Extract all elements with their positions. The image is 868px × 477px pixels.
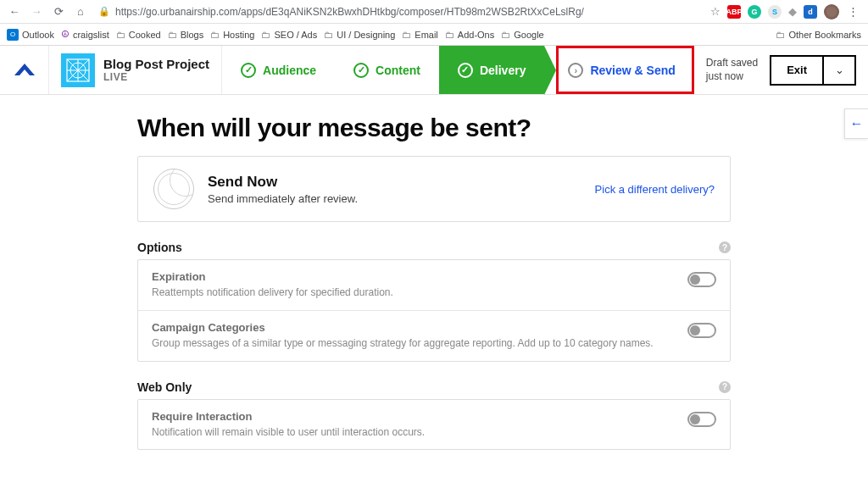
check-icon: ✓ — [458, 63, 473, 78]
pick-delivery-link[interactable]: Pick a different delivery? — [595, 183, 715, 196]
exit-button[interactable]: Exit — [771, 57, 822, 84]
project-title: Blog Post Project — [103, 57, 209, 71]
globe-icon — [153, 169, 194, 209]
url-text: https://go.urbanairship.com/apps/dE3qANi… — [115, 6, 702, 18]
help-icon[interactable]: ? — [719, 241, 731, 253]
draft-status: Draft saved just now — [706, 57, 758, 83]
options-group: Expiration Reattempts notification deliv… — [137, 259, 731, 362]
folder-icon: 🗀 — [776, 30, 785, 40]
ext-icon[interactable]: ◆ — [788, 5, 797, 18]
profile-avatar[interactable] — [824, 4, 839, 19]
folder-icon: 🗀 — [210, 30, 220, 40]
bookmark-blogs[interactable]: 🗀Blogs — [168, 30, 204, 40]
send-now-subtitle: Send immediately after review. — [208, 192, 581, 205]
campaign-toggle[interactable] — [687, 323, 716, 338]
option-title: Campaign Categories — [152, 321, 677, 334]
send-now-title: Send Now — [208, 174, 581, 191]
bookmark-email[interactable]: 🗀Email — [402, 30, 438, 40]
step-content[interactable]: ✓ Content — [335, 46, 439, 94]
exit-button-group: Exit ⌄ — [770, 55, 856, 86]
check-icon: ✓ — [353, 63, 369, 78]
step-delivery[interactable]: ✓ Delivery — [439, 46, 544, 94]
browser-menu-icon[interactable]: ⋮ — [846, 5, 860, 18]
page-heading: When will your message be sent? — [137, 114, 731, 142]
project-status: LIVE — [103, 71, 209, 83]
lock-icon: 🔒 — [98, 6, 110, 17]
help-icon[interactable]: ? — [719, 381, 731, 393]
send-now-card: Send Now Send immediately after review. … — [137, 156, 731, 222]
reload-button[interactable]: ⟳ — [49, 3, 68, 21]
main-content: When will your message be sent? Send Now… — [0, 95, 868, 450]
web-only-section-title: Web Only — [137, 380, 719, 394]
home-button[interactable]: ⌂ — [71, 3, 90, 21]
folder-icon: 🗀 — [168, 30, 177, 40]
forward-button[interactable]: → — [27, 3, 46, 21]
option-title: Expiration — [152, 270, 677, 283]
chevron-down-icon: ⌄ — [835, 64, 844, 76]
bookmark-outlook[interactable]: OOutlook — [7, 29, 54, 41]
bookmark-other[interactable]: 🗀Other Bookmarks — [776, 30, 861, 40]
options-section-title: Options — [137, 241, 719, 254]
address-bar[interactable]: 🔒 https://go.urbanairship.com/apps/dE3qA… — [98, 6, 702, 18]
extension-icons: ☆ ABP G S ◆ d ⋮ — [710, 4, 863, 19]
bookmark-google[interactable]: 🗀Google — [501, 30, 543, 40]
option-expiration: Expiration Reattempts notification deliv… — [138, 260, 730, 310]
web-only-group: Require Interaction Notification will re… — [137, 399, 731, 451]
app-header: Blog Post Project LIVE ✓ Audience ✓ Cont… — [0, 46, 868, 95]
app-logo[interactable] — [0, 46, 49, 94]
folder-icon: 🗀 — [116, 30, 125, 40]
delicious-ext-icon[interactable]: d — [804, 5, 817, 19]
skype-ext-icon[interactable]: S — [768, 5, 782, 19]
check-icon: ✓ — [241, 63, 256, 78]
step-review-send[interactable]: › Review & Send — [556, 46, 693, 94]
abp-ext-icon[interactable]: ABP — [727, 5, 741, 19]
expiration-toggle[interactable] — [687, 272, 716, 287]
require-interaction-toggle[interactable] — [687, 412, 716, 427]
bookmark-hosting[interactable]: 🗀Hosting — [210, 30, 254, 40]
project-selector[interactable]: Blog Post Project LIVE — [49, 46, 222, 94]
option-desc: Group messages of a similar type or mess… — [152, 336, 677, 351]
grammarly-ext-icon[interactable]: G — [748, 5, 761, 19]
option-require-interaction: Require Interaction Notification will re… — [138, 400, 730, 450]
bookmark-addons[interactable]: 🗀Add-Ons — [445, 30, 494, 40]
panel-collapse-button[interactable]: ← — [844, 108, 868, 139]
browser-toolbar: ← → ⟳ ⌂ 🔒 https://go.urbanairship.com/ap… — [0, 0, 868, 24]
option-title: Require Interaction — [152, 410, 677, 423]
option-campaign-categories: Campaign Categories Group messages of a … — [138, 310, 730, 361]
folder-icon: 🗀 — [445, 30, 454, 40]
airship-logo-icon — [13, 62, 36, 79]
wizard-steps: ✓ Audience ✓ Content ✓ Delivery › Review… — [222, 46, 694, 94]
folder-icon: 🗀 — [324, 30, 333, 40]
option-desc: Reattempts notification delivery for spe… — [152, 286, 677, 300]
bookmark-craigslist[interactable]: ☮craigslist — [61, 29, 109, 40]
project-icon — [61, 53, 95, 87]
exit-dropdown[interactable]: ⌄ — [822, 57, 854, 84]
bookmark-seo[interactable]: 🗀SEO / Ads — [261, 30, 317, 40]
folder-icon: 🗀 — [402, 30, 411, 40]
star-icon[interactable]: ☆ — [710, 5, 721, 18]
bookmarks-bar: OOutlook ☮craigslist 🗀Cooked 🗀Blogs 🗀Hos… — [0, 24, 868, 46]
option-desc: Notification will remain visible to user… — [152, 425, 677, 440]
bookmark-ui[interactable]: 🗀UI / Designing — [324, 30, 395, 40]
step-audience[interactable]: ✓ Audience — [222, 46, 335, 94]
bookmark-cooked[interactable]: 🗀Cooked — [116, 30, 161, 40]
folder-icon: 🗀 — [501, 30, 510, 40]
chevron-right-icon: › — [568, 63, 583, 78]
folder-icon: 🗀 — [261, 30, 270, 40]
back-button[interactable]: ← — [5, 3, 24, 21]
